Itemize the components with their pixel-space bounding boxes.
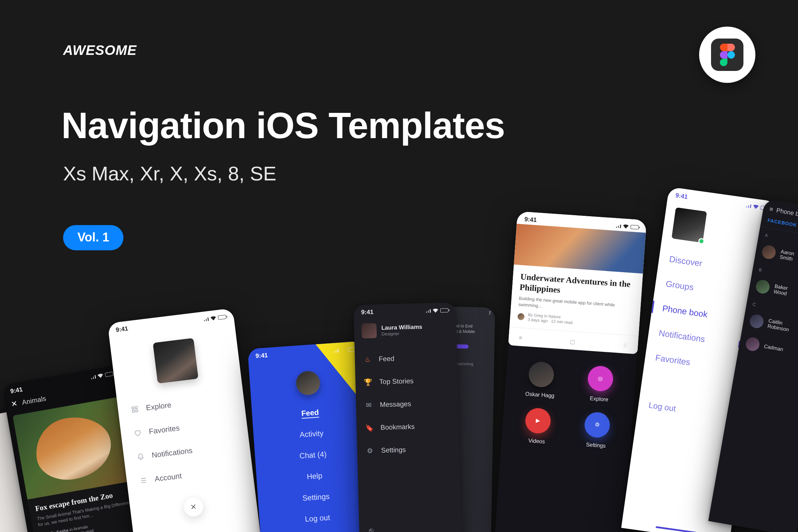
volume-badge: Vol. 1 xyxy=(63,225,123,250)
category-label: Animals xyxy=(21,395,47,407)
menu-item-feed[interactable]: ♨Feed xyxy=(355,345,458,371)
wifi-icon xyxy=(623,224,629,228)
contact-avatar xyxy=(749,313,765,329)
status-bar: 9:41 xyxy=(107,308,234,336)
bell-icon[interactable]: ♢ xyxy=(623,342,628,349)
close-icon: ✕ xyxy=(190,502,197,512)
battery-icon xyxy=(105,371,114,377)
svg-line-6 xyxy=(141,480,146,481)
tile-label: Oskar Hagg xyxy=(525,391,555,399)
svg-point-0 xyxy=(727,51,735,59)
wifi-icon xyxy=(98,373,104,378)
close-fab[interactable]: ✕ xyxy=(183,496,204,517)
status-time: 9:41 xyxy=(10,386,23,395)
tile-label: Explore xyxy=(590,395,608,403)
signal-icon xyxy=(202,317,209,322)
contact-avatar xyxy=(755,279,770,295)
nav-tile-explore[interactable]: ◎ Explore xyxy=(576,365,624,404)
contact-avatar xyxy=(761,244,777,260)
home-indicator xyxy=(656,526,697,532)
nav-tile-user[interactable]: Oskar Hagg xyxy=(517,360,565,399)
menu-item-bookmarks[interactable]: 🔖Bookmarks xyxy=(356,414,459,440)
page-title: Navigation iOS Templates xyxy=(61,104,505,147)
bell-icon xyxy=(136,453,145,461)
mock-phone-5: 9:41 Laura Williams Designer ♨Feed 🏆Top … xyxy=(353,302,462,532)
heart-icon xyxy=(134,429,142,438)
menu-label: Notifications xyxy=(151,446,193,460)
brand-wordmark: AWESOME xyxy=(63,43,137,58)
author-avatar xyxy=(517,313,524,320)
contact-name: BakerWood xyxy=(773,283,788,296)
nav-grid: Oskar Hagg ◎ Explore ▶ Videos ⚙ Settings xyxy=(500,345,637,465)
contact-name: Cadman xyxy=(764,343,784,352)
menu-label: Bookmarks xyxy=(381,423,415,432)
contact-name: AaronSmith xyxy=(779,249,795,262)
mock-phone-3: 9:41 Explore Favorites Notifications Acc… xyxy=(107,308,266,532)
status-time: 9:41 xyxy=(115,325,128,334)
menu-list: Explore Favorites Notifications Account xyxy=(117,382,254,497)
profile-name: Laura Williams xyxy=(381,323,422,331)
status-time: 9:41 xyxy=(675,192,688,201)
menu-label: Favorites xyxy=(148,424,180,436)
wifi-icon xyxy=(753,204,759,209)
nav-tile-settings[interactable]: ⚙ Settings xyxy=(573,411,621,450)
signal-icon xyxy=(615,224,621,228)
profile-avatar xyxy=(361,323,377,338)
grid-icon xyxy=(131,405,139,414)
status-time: 9:41 xyxy=(524,216,537,224)
menu-label: Top Stories xyxy=(379,377,414,386)
sliders-icon: ⚙ xyxy=(584,411,611,438)
profile-row[interactable]: Laura Williams Designer xyxy=(354,315,457,348)
menu-icon[interactable]: ≡ xyxy=(519,335,522,341)
close-icon[interactable]: ✕ xyxy=(11,399,18,409)
tile-label: Settings xyxy=(586,442,606,449)
mock-phone-7: 9:41 Underwater Adventures in the Philip… xyxy=(494,211,647,532)
menu-label: Feed xyxy=(379,355,394,363)
wifi-icon xyxy=(210,316,216,321)
article-card[interactable]: 9:41 Underwater Adventures in the Philip… xyxy=(508,211,647,354)
logout-icon[interactable]: ⎋ xyxy=(369,526,373,532)
svg-rect-1 xyxy=(132,407,134,409)
profile-avatar[interactable] xyxy=(295,370,321,396)
battery-icon xyxy=(631,225,639,230)
user-icon xyxy=(139,476,148,485)
mail-icon: ✉ xyxy=(365,401,373,409)
battery-icon xyxy=(440,308,448,312)
svg-rect-3 xyxy=(132,410,135,413)
gear-icon: ⚙ xyxy=(366,447,374,455)
battery-icon xyxy=(218,314,226,320)
profile-avatar[interactable] xyxy=(671,207,707,243)
video-icon: ▶ xyxy=(524,407,551,434)
trophy-icon: 🏆 xyxy=(364,378,372,386)
contact-name: CaitlinRobinson xyxy=(767,318,790,333)
menu-icon[interactable]: ≡ xyxy=(769,206,774,213)
menu-label: Settings xyxy=(381,446,406,454)
status-time: 9:41 xyxy=(255,352,268,359)
status-time: 9:41 xyxy=(361,309,374,316)
signal-icon xyxy=(745,203,751,208)
page-subtitle: Xs Max, Xr, X, Xs, 8, SE xyxy=(63,162,276,185)
tile-label: Videos xyxy=(528,438,545,445)
nav-tile-videos[interactable]: ▶ Videos xyxy=(514,407,562,446)
contact-avatar xyxy=(745,336,760,352)
flame-icon: ♨ xyxy=(364,355,371,363)
menu-item-settings[interactable]: ⚙Settings xyxy=(357,437,460,462)
promo-stage: AWESOME Navigation iOS Templates Xs Max,… xyxy=(0,0,798,532)
share-icon[interactable]: ⤴ xyxy=(489,311,491,315)
wifi-icon xyxy=(433,308,438,312)
signal-icon xyxy=(89,374,96,380)
pin-icon: ◎ xyxy=(587,365,614,392)
figma-badge xyxy=(699,27,755,83)
menu-label: Account xyxy=(154,471,182,483)
svg-rect-4 xyxy=(136,410,138,412)
menu-item-top-stories[interactable]: 🏆Top Stories xyxy=(355,368,458,394)
menu-item-messages[interactable]: ✉Messages xyxy=(356,391,459,417)
bookmark-icon: 🔖 xyxy=(366,424,373,432)
profile-avatar[interactable] xyxy=(153,338,198,384)
svg-rect-2 xyxy=(135,407,137,409)
signal-icon xyxy=(425,309,431,313)
profile-role: Designer xyxy=(382,330,423,336)
fox-illustration xyxy=(31,411,116,485)
svg-line-5 xyxy=(141,478,146,479)
book-icon[interactable]: ▢ xyxy=(570,338,575,345)
